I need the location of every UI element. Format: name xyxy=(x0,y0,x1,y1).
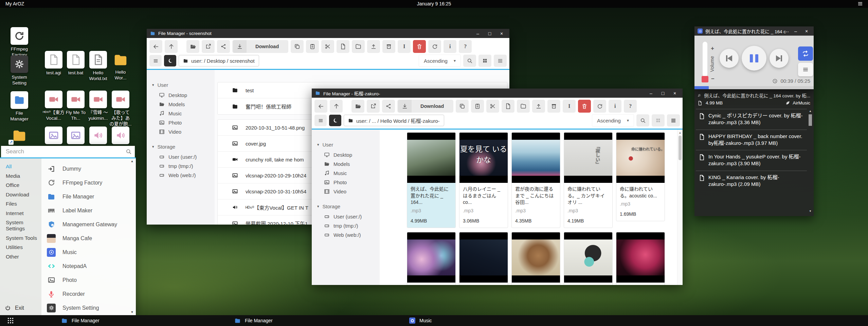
desktop-file-video-4[interactable]: 【歌ってみた】あの夏が飽... xyxy=(109,91,132,127)
desktop-file-video-1[interactable]: ᴴᴰ⁶⁰【東方Vocal... xyxy=(42,91,65,121)
paste-button[interactable] xyxy=(306,40,319,53)
file-tile[interactable]: 夢と葉桜 _ 青木月 xyxy=(511,232,560,285)
sidebar-item-video[interactable]: Video xyxy=(317,187,380,196)
sidebar-item-models[interactable]: Models xyxy=(151,100,215,109)
pause-button[interactable] xyxy=(742,46,766,71)
playlist-item[interactable]: KING _ Kanaria cover. by 柘榴-zakuro-.mp3 … xyxy=(696,171,807,191)
scroll-up-icon[interactable]: ▲ xyxy=(130,159,134,163)
sidebar-item-models[interactable]: Models xyxy=(317,159,380,169)
music-player-titlebar[interactable]: 例えば、今此処に置かれた花に _ 164 c⋯ – × xyxy=(694,26,814,36)
info-button[interactable]: i xyxy=(609,100,621,113)
desktop-icon-system-setting[interactable]: System Setting xyxy=(8,55,31,86)
close-button[interactable]: × xyxy=(497,31,506,36)
list-view-button[interactable] xyxy=(494,55,507,67)
grid-view-button[interactable] xyxy=(652,114,665,127)
window2-titlebar[interactable]: File Manager - 柘榴-zakuro- – □ × xyxy=(312,89,683,98)
minimize-button[interactable]: – xyxy=(473,31,482,36)
paste-button[interactable] xyxy=(471,100,484,113)
list-view-button[interactable] xyxy=(667,114,680,127)
desktop-file-video-3[interactable]: 『雪峰 ～yukimin... xyxy=(87,91,109,121)
app-item-photo[interactable]: Photo xyxy=(47,273,128,287)
open-external-button[interactable] xyxy=(202,40,215,53)
previous-track-button[interactable] xyxy=(720,49,739,68)
app-item-dummy[interactable]: Dummy xyxy=(47,162,128,176)
app-item-ffmpeg-factory[interactable]: FFmpeg Factory xyxy=(47,176,128,190)
sidebar-section-storage[interactable]: ▾Storage xyxy=(317,204,380,209)
topbar-menu-icon[interactable] xyxy=(857,1,863,7)
file-tile[interactable]: 例えば、今此処に置かれた花に _ 164... .mp3 4.99MB xyxy=(407,132,456,228)
sidebar-section-user[interactable]: ▾User xyxy=(152,82,215,88)
app-launcher-button[interactable] xyxy=(7,317,14,324)
archive-button[interactable] xyxy=(547,100,560,113)
sidebar-item-music[interactable]: Music xyxy=(151,109,215,118)
share-button[interactable] xyxy=(217,40,230,53)
scrollbar-thumb[interactable] xyxy=(679,136,682,160)
minimize-button[interactable]: – xyxy=(792,28,800,34)
sidebar-section-user[interactable]: ▾User xyxy=(317,142,380,148)
category-office[interactable]: Office xyxy=(6,182,41,188)
start-menu-scrollbar[interactable]: ▲ ▼ xyxy=(130,159,134,314)
up-button[interactable] xyxy=(330,100,343,113)
file-tile[interactable]: 声 _ HarryP cover xyxy=(459,232,508,285)
grid-view-button[interactable] xyxy=(478,55,491,67)
app-item-label-maker[interactable]: Label Maker xyxy=(47,204,128,217)
sidebar-section-storage[interactable]: ▾Storage xyxy=(152,144,215,150)
back-button[interactable] xyxy=(314,100,327,113)
desktop-file-test-bat[interactable]: test.bat xyxy=(65,51,87,76)
sidebar-item-web-drive[interactable]: Web (web:/) xyxy=(317,230,380,239)
playlist-button[interactable] xyxy=(798,63,813,76)
scroll-down-icon[interactable]: ▼ xyxy=(808,210,812,213)
help-button[interactable]: ? xyxy=(624,100,637,113)
upload-button[interactable] xyxy=(367,40,380,53)
copy-button[interactable] xyxy=(456,100,469,113)
info-button[interactable]: i xyxy=(444,40,456,53)
new-file-button[interactable] xyxy=(502,100,514,113)
breadcrumb[interactable]: user: / Desktop / screenshot xyxy=(179,55,259,66)
file-tile[interactable]: 幽霊東京 _ Ayase xyxy=(616,232,665,285)
scroll-up-icon[interactable]: ▲ xyxy=(808,110,812,113)
back-button[interactable] xyxy=(149,40,162,53)
close-button[interactable]: × xyxy=(802,28,811,34)
list-menu-button[interactable] xyxy=(149,55,162,66)
category-utilities[interactable]: Utilities xyxy=(6,244,41,250)
volume-slider[interactable] xyxy=(703,42,707,77)
download-button[interactable]: Download xyxy=(397,100,453,113)
file-tile[interactable]: 君が夜の海に還るまで _ こんにちは谷田... .mp3 4.35MB xyxy=(511,132,560,228)
app-item-recorder[interactable]: Recorder xyxy=(47,287,128,301)
breadcrumb[interactable]: user: / ... / Hello World / 柘榴-zakuro- xyxy=(344,115,444,126)
desktop-file-hello-world-txt[interactable]: Hello World.txt xyxy=(87,51,109,82)
window2-scrollbar[interactable]: ▲ xyxy=(677,130,683,285)
category-all[interactable]: All xyxy=(6,164,41,170)
category-download[interactable]: Download xyxy=(6,192,41,198)
delete-button[interactable] xyxy=(578,100,591,113)
sidebar-item-user-drive[interactable]: User (user:/) xyxy=(151,152,215,161)
playlist-scrollbar[interactable]: ▲ ▼ xyxy=(808,109,812,213)
share-button[interactable] xyxy=(382,100,395,113)
rename-button[interactable]: I xyxy=(563,100,576,113)
sidebar-item-web-drive[interactable]: Web (web:/) xyxy=(151,171,215,180)
new-folder-button[interactable] xyxy=(517,100,530,113)
maximize-button[interactable]: □ xyxy=(485,31,494,36)
desktop-file-video-2[interactable]: Fly Me To Th... xyxy=(65,91,87,121)
delete-button[interactable] xyxy=(413,40,426,53)
file-tile[interactable]: 夏を見て いるかな 八月のレイニー _ はるまきごはん co... .mp3 3… xyxy=(459,132,508,228)
search-input[interactable] xyxy=(1,146,135,157)
sidebar-item-tmp-drive[interactable]: tmp (tmp:/) xyxy=(317,221,380,230)
sidebar-item-desktop[interactable]: Desktop xyxy=(317,150,380,159)
new-folder-button[interactable] xyxy=(352,40,365,53)
new-file-button[interactable] xyxy=(337,40,349,53)
sidebar-item-photo[interactable]: Photo xyxy=(151,118,215,127)
cut-button[interactable] xyxy=(321,40,334,53)
sidebar-item-desktop[interactable]: Desktop xyxy=(151,91,215,100)
file-tile[interactable]: 四季折々に揺蕩い xyxy=(407,232,456,285)
taskbar-app-file-manager-1[interactable]: File Manager xyxy=(58,315,103,326)
category-files[interactable]: Files xyxy=(6,201,41,207)
app-item-management-gateway[interactable]: Management Gateway xyxy=(47,217,128,231)
close-button[interactable]: × xyxy=(670,91,679,96)
category-media[interactable]: Media xyxy=(6,173,41,179)
list-menu-button[interactable] xyxy=(314,115,327,126)
repeat-button[interactable] xyxy=(798,46,813,61)
desktop-icon-ffmpeg-factory[interactable]: FFmpeg Factory xyxy=(8,27,31,58)
download-button[interactable]: Download xyxy=(232,40,288,53)
dark-mode-toggle[interactable] xyxy=(164,55,176,66)
